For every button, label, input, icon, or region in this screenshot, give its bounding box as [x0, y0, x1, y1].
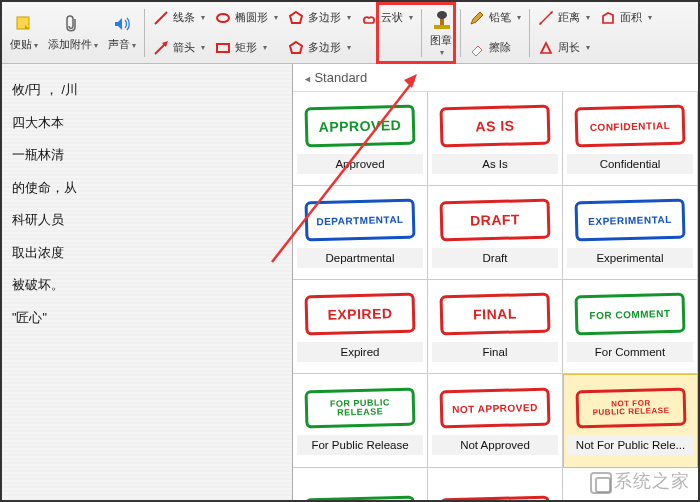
sound-icon: [111, 13, 133, 35]
doc-line: 被破坏。: [12, 269, 286, 302]
stamp-sold[interactable]: SOLD: [293, 468, 428, 502]
stamp-label: Not For Public Rele...: [568, 435, 693, 455]
doc-line: 的使命，从: [12, 172, 286, 205]
line-button[interactable]: 线条▾: [149, 4, 209, 32]
arrow-button[interactable]: 箭头▾: [149, 34, 209, 62]
stamp-expired[interactable]: EXPIREDExpired: [293, 280, 428, 374]
stamp-top-secret[interactable]: TOP SECRET: [428, 468, 563, 502]
stamp-frame: EXPERIMENTAL: [574, 198, 685, 241]
cloud-button[interactable]: 云状▾: [357, 4, 417, 32]
perimeter-button[interactable]: 周长▾: [534, 34, 594, 62]
stamp-frame: NOT FORPUBLIC RELEASE: [575, 388, 686, 429]
stamp-panel: Standard APPROVEDApprovedAS ISAs IsCONFI…: [292, 64, 698, 502]
stamp-frame: FINAL: [439, 292, 550, 335]
doc-line: 攸/円 ， /川: [12, 74, 286, 107]
stamp-frame: AS IS: [439, 104, 550, 147]
note-icon: [13, 13, 35, 35]
stamp-draft[interactable]: DRAFTDraft: [428, 186, 563, 280]
pencil-button[interactable]: 铅笔▾: [465, 4, 525, 32]
stamp-label: Approved: [297, 154, 423, 174]
stamp-frame: NOT APPROVED: [440, 387, 551, 428]
stamp-confidential[interactable]: CONFIDENTIALConfidential: [563, 92, 698, 186]
svg-line-2: [155, 44, 165, 54]
stamp-not-for-public-release[interactable]: NOT FORPUBLIC RELEASENot For Public Rele…: [563, 374, 698, 468]
svg-rect-8: [434, 25, 450, 29]
stamp-not-approved[interactable]: NOT APPROVEDNot Approved: [428, 374, 563, 468]
distance-icon: [538, 10, 554, 26]
stamp-icon: [430, 9, 452, 31]
stamp-label: Expired: [297, 342, 423, 362]
svg-point-4: [217, 14, 229, 22]
stamp-grid: APPROVEDApprovedAS ISAs IsCONFIDENTIALCo…: [293, 92, 698, 502]
stamp-frame: EXPIRED: [304, 292, 415, 335]
cloud-icon: [361, 10, 377, 26]
svg-marker-6: [290, 12, 302, 23]
area-icon: [600, 10, 616, 26]
stamp-label: Not Approved: [432, 435, 558, 455]
ellipse-button[interactable]: 椭圆形▾: [211, 4, 282, 32]
doc-line: 一瓶林清: [12, 139, 286, 172]
stamp-category-header[interactable]: Standard: [293, 64, 698, 92]
doc-line: 取出浓度: [12, 237, 286, 270]
stamp-departmental[interactable]: DEPARTMENTALDepartmental: [293, 186, 428, 280]
stamp-frame: FOR PUBLICRELEASE: [305, 387, 416, 428]
polygon2-icon: [288, 40, 304, 56]
area-button[interactable]: 面积▾: [596, 4, 656, 32]
stamp-as-is[interactable]: AS ISAs Is: [428, 92, 563, 186]
sound-button[interactable]: 声音▾: [104, 4, 140, 62]
rect-button[interactable]: 矩形▾: [211, 34, 282, 62]
polygon2-button[interactable]: 多边形▾: [284, 34, 355, 62]
paperclip-icon: [62, 13, 84, 35]
stamp-frame: APPROVED: [304, 104, 415, 147]
svg-marker-13: [541, 43, 551, 53]
stamp-frame: CONFIDENTIAL: [574, 104, 685, 147]
arrow-icon: [153, 40, 169, 56]
stamp-label: For Comment: [567, 342, 693, 362]
polygon-button[interactable]: 多边形▾: [284, 4, 355, 32]
ellipse-icon: [215, 10, 231, 26]
stamp-label: Draft: [432, 248, 558, 268]
stamp-label: Final: [432, 342, 558, 362]
svg-marker-7: [290, 42, 302, 53]
eraser-icon: [469, 40, 485, 56]
svg-line-10: [540, 12, 552, 24]
stamp-approved[interactable]: APPROVEDApproved: [293, 92, 428, 186]
doc-line: 科研人员: [12, 204, 286, 237]
stamp-frame: DEPARTMENTAL: [304, 198, 415, 241]
perimeter-icon: [538, 40, 554, 56]
stamp-label: Experimental: [567, 248, 693, 268]
attach-button[interactable]: 添加附件▾: [44, 4, 102, 62]
stamp-label: For Public Release: [297, 435, 423, 455]
svg-point-9: [437, 11, 447, 19]
stamp-experimental[interactable]: EXPERIMENTALExperimental: [563, 186, 698, 280]
rect-icon: [215, 40, 231, 56]
distance-button[interactable]: 距离▾: [534, 4, 594, 32]
doc-line: "匠心": [12, 302, 286, 335]
doc-line: 四大木本: [12, 107, 286, 140]
stamp-for-public-release[interactable]: FOR PUBLICRELEASEFor Public Release: [293, 374, 428, 468]
stamp-button[interactable]: 图章 ▾: [426, 4, 456, 62]
stamp-label: As Is: [432, 154, 558, 174]
stamp-label: Confidential: [567, 154, 693, 174]
svg-rect-5: [217, 44, 229, 52]
pencil-icon: [469, 10, 485, 26]
stamp-frame: SOLD: [305, 495, 416, 502]
stamp-frame: TOP SECRET: [440, 495, 551, 502]
document-area: 攸/円 ， /川 四大木本 一瓶林清 的使命，从 科研人员 取出浓度 被破坏。 …: [2, 64, 292, 502]
stamp-for-comment[interactable]: FOR COMMENTFor Comment: [563, 280, 698, 374]
stamp-frame: FOR COMMENT: [574, 292, 685, 335]
stamp-frame: DRAFT: [439, 198, 550, 241]
svg-marker-14: [603, 13, 613, 23]
line-icon: [153, 10, 169, 26]
erase-button[interactable]: 擦除: [465, 34, 525, 62]
toolbar: 便贴▾ 添加附件▾ 声音▾ 线条▾ 箭头▾ 椭圆形▾ 矩形▾ 多边形▾ 多边形▾…: [2, 2, 698, 64]
polygon-icon: [288, 10, 304, 26]
svg-line-1: [155, 12, 167, 24]
stamp-final[interactable]: FINALFinal: [428, 280, 563, 374]
stamp-label: Departmental: [297, 248, 423, 268]
note-button[interactable]: 便贴▾: [6, 4, 42, 62]
